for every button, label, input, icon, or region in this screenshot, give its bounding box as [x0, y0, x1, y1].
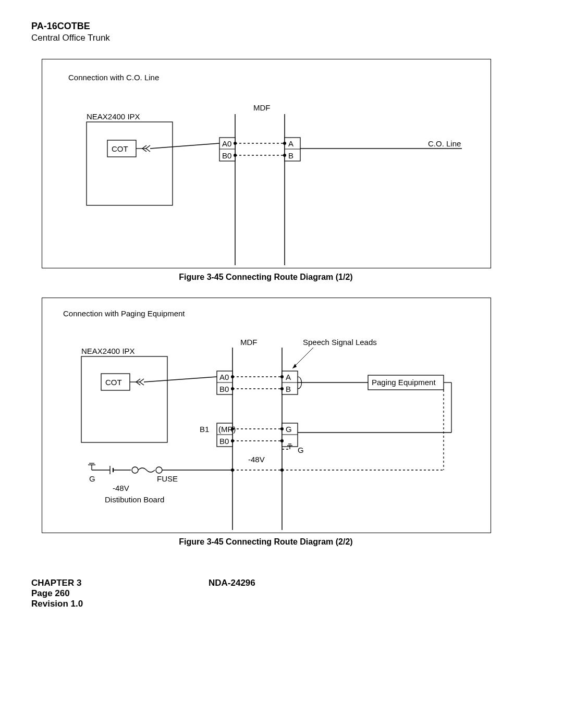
- footer-chapter: CHAPTER 3: [31, 578, 209, 588]
- f2-g: G: [286, 425, 292, 434]
- f2-g3: G: [89, 474, 95, 483]
- f2-a0: A0: [219, 373, 229, 381]
- f1-a: A: [288, 139, 293, 148]
- f2-neax: NEAX2400 IPX: [81, 347, 135, 355]
- page-footer: CHAPTER 3 Page 260 Revision 1.0 NDA-2429…: [31, 578, 532, 609]
- f2-paging: Paging Equipment: [372, 378, 436, 387]
- f1-mdf: MDF: [253, 103, 271, 112]
- svg-rect-15: [81, 356, 167, 442]
- figure-2-caption: Figure 3-45 Connecting Route Diagram (2/…: [31, 537, 500, 547]
- doc-code: PA-16COTBE: [31, 21, 532, 32]
- figure-2-box: Connection with Paging Equipment NEAX240…: [42, 298, 491, 533]
- footer-rev: Revision 1.0: [31, 599, 209, 609]
- f2-cot: COT: [105, 378, 122, 387]
- f2-speech: Speech Signal Leads: [303, 338, 377, 347]
- svg-line-26: [144, 377, 217, 382]
- f2-b0: B0: [219, 385, 229, 393]
- doc-subtitle: Central Office Trunk: [31, 33, 532, 43]
- f2-48v: -48V: [248, 455, 265, 464]
- f1-neax: NEAX2400 IPX: [87, 112, 140, 121]
- f2-mdf: MDF: [240, 338, 258, 347]
- f2-g2: G: [298, 446, 304, 454]
- f2-fuse: FUSE: [157, 474, 178, 483]
- f1-b0: B0: [222, 151, 231, 160]
- figure-1-svg: Connection with C.O. Line NEAX2400 IPX C…: [42, 59, 491, 268]
- footer-page: Page 260: [31, 588, 209, 599]
- f1-cot: COT: [112, 144, 128, 153]
- page-header: PA-16COTBE Central Office Trunk: [31, 21, 532, 43]
- f2-dist: Distibution Board: [105, 495, 164, 504]
- f2-conn: Connection with Paging Equipment: [63, 309, 185, 318]
- svg-point-66: [156, 467, 162, 473]
- f1-coline: C.O. Line: [428, 139, 461, 148]
- f1-b: B: [288, 151, 293, 160]
- svg-point-65: [132, 467, 138, 473]
- f1-outer-box: [87, 122, 173, 205]
- f2-b0-2: B0: [219, 437, 229, 446]
- figure-1-box: Connection with C.O. Line NEAX2400 IPX C…: [42, 59, 491, 268]
- figure-2-svg: Connection with Paging Equipment NEAX240…: [42, 298, 491, 533]
- f2-48v2: -48V: [113, 484, 129, 492]
- figure-1-caption: Figure 3-45 Connecting Route Diagram (1/…: [31, 273, 500, 282]
- f2-a: A: [286, 373, 291, 381]
- f2-b1: B1: [200, 425, 209, 434]
- f1-conn: Connection with C.O. Line: [68, 73, 159, 82]
- f1-a0: A0: [222, 139, 231, 148]
- footer-nda: NDA-24296: [209, 578, 255, 609]
- svg-marker-21: [292, 364, 297, 368]
- f2-b: B: [286, 385, 291, 393]
- svg-line-7: [150, 143, 219, 149]
